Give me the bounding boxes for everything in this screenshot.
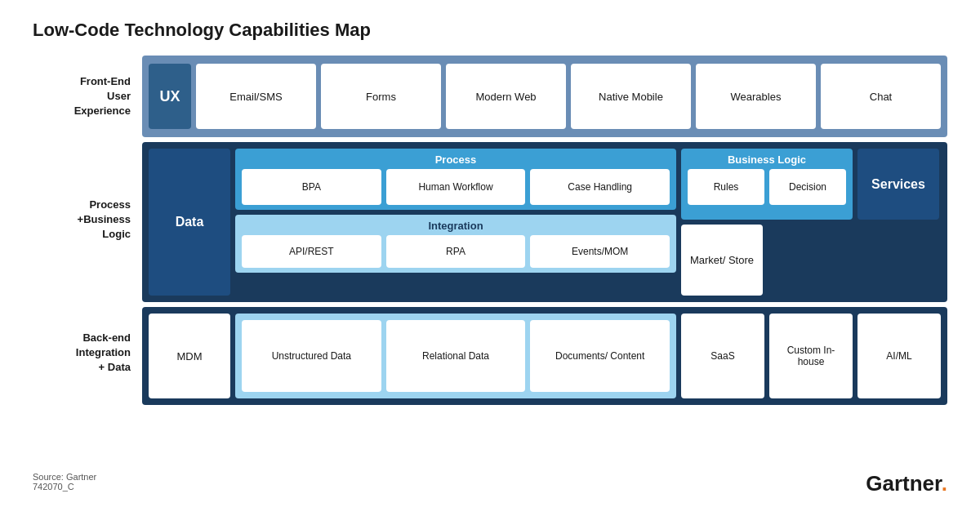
integration-rpa: RPA	[386, 235, 526, 268]
process-section: Process BPA Human Workflow Case Handling	[235, 149, 676, 210]
market-store-box: Market/ Store	[681, 225, 763, 296]
page-title: Low-Code Technology Capabilities Map	[33, 20, 947, 41]
business-logic-title: Business Logic	[688, 153, 846, 166]
bd-relational: Relational Data	[386, 320, 526, 392]
integration-events: Events/MOM	[530, 235, 670, 268]
label-process-business: Process +Business Logic	[33, 137, 139, 297]
bl-decision: Decision	[769, 169, 846, 205]
bd-unstructured: Unstructured Data	[242, 320, 381, 392]
mdm-market-row: Market/ Store	[681, 225, 941, 296]
data-box: Data	[149, 149, 230, 296]
gartner-logo: Gartner.	[866, 471, 947, 496]
labels-column: Front-End User Experience Process +Busin…	[33, 56, 139, 456]
frontend-row: UX Email/SMS Forms Modern Web Native Mob…	[142, 56, 947, 137]
process-items: BPA Human Workflow Case Handling	[242, 169, 670, 205]
diagram-main: UX Email/SMS Forms Modern Web Native Mob…	[142, 56, 947, 456]
fe-item-mobile: Native Mobile	[571, 64, 691, 129]
footer-source: Source: Gartner	[33, 472, 96, 482]
integration-section: Integration API/REST RPA Events/MOM	[235, 215, 676, 273]
bd-aiml: AI/ML	[858, 314, 941, 398]
bd-documents: Documents/ Content	[530, 320, 670, 392]
process-case-handling: Case Handling	[530, 169, 670, 205]
business-logic-items: Rules Decision	[688, 169, 846, 205]
fe-item-forms: Forms	[321, 64, 441, 129]
label-frontend: Front-End User Experience	[33, 56, 139, 137]
footer: Source: Gartner 742070_C	[33, 472, 96, 492]
fe-item-email: Email/SMS	[196, 64, 316, 129]
fe-item-web: Modern Web	[446, 64, 566, 129]
process-title: Process	[242, 153, 670, 166]
fe-item-wearables: Wearables	[696, 64, 816, 129]
fe-item-chat: Chat	[821, 64, 941, 129]
services-box: Services	[858, 149, 939, 220]
backend-left-items: Unstructured Data Relational Data Docume…	[235, 314, 676, 398]
business-logic-section: Business Logic Rules Decision	[681, 149, 853, 220]
integration-title: Integration	[242, 220, 670, 232]
integration-api: API/REST	[242, 235, 381, 268]
backend-row: MDM Unstructured Data Relational Data Do…	[142, 307, 947, 405]
business-logic-top: Business Logic Rules Decision Services	[681, 149, 941, 220]
integration-items: API/REST RPA Events/MOM	[242, 235, 670, 268]
business-logic-right: Business Logic Rules Decision Services M…	[681, 149, 941, 296]
process-human-workflow: Human Workflow	[386, 169, 526, 205]
ux-box: UX	[149, 64, 191, 129]
label-backend: Back-end Integration + Data	[33, 297, 139, 403]
bl-rules: Rules	[688, 169, 764, 205]
process-bpa: BPA	[242, 169, 381, 205]
footer-id: 742070_C	[33, 482, 96, 492]
mdm-left-box: MDM	[149, 314, 230, 398]
backend-right-items: SaaS Custom In-house AI/ML	[681, 314, 941, 398]
bd-custom: Custom In-house	[769, 314, 853, 398]
process-business-row: Data Process BPA Human Workflow Case Han…	[142, 142, 947, 302]
process-center: Process BPA Human Workflow Case Handling…	[235, 149, 676, 296]
page: Low-Code Technology Capabilities Map Fro…	[0, 0, 980, 516]
bd-saas: SaaS	[681, 314, 764, 398]
